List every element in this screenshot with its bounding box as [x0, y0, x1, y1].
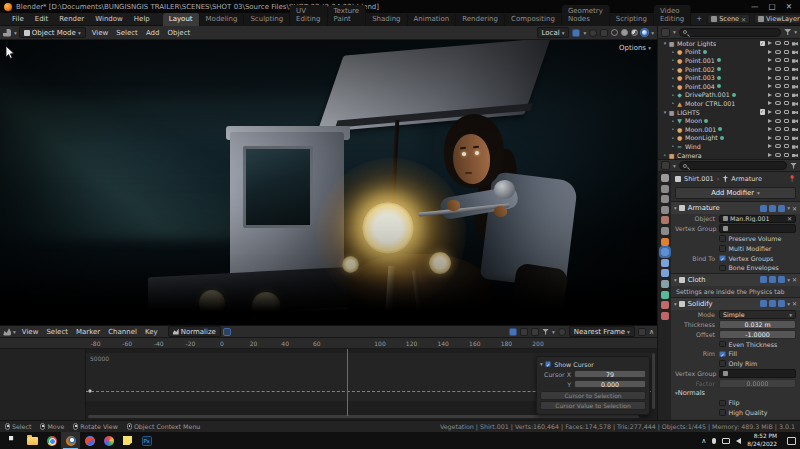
- modifier-extras-icon[interactable]: ▾: [787, 301, 790, 307]
- pointer-toggle-icon[interactable]: [768, 58, 772, 62]
- taskbar-photoshop-button[interactable]: Ps: [137, 432, 156, 449]
- proportional-edit-icon[interactable]: [589, 29, 597, 37]
- outliner-display-mode-icon[interactable]: [661, 28, 670, 37]
- viewport-menu-select[interactable]: Select: [112, 27, 142, 39]
- network-icon[interactable]: [722, 438, 730, 444]
- camera-toggle-icon[interactable]: [792, 58, 798, 63]
- pointer-toggle-icon[interactable]: [768, 127, 772, 131]
- volume-icon[interactable]: [736, 438, 741, 444]
- show-cursor-checkbox[interactable]: ✓: [545, 361, 552, 368]
- outliner-row-drivepath-001[interactable]: ‣◆DrivePath.001: [658, 91, 800, 100]
- render-toggle-icon[interactable]: [778, 300, 785, 307]
- tab-uv-editing[interactable]: UV Editing: [290, 5, 327, 26]
- viewport-menu-object[interactable]: Object: [163, 27, 194, 39]
- taskbar-sticky-notes-button[interactable]: [118, 432, 137, 449]
- modifier-header-armature[interactable]: ▾Armature▾✕: [671, 202, 800, 214]
- properties-tab-object-data[interactable]: [661, 291, 669, 299]
- screen-toggle-icon[interactable]: [784, 58, 790, 62]
- outliner-row-point[interactable]: ‣●Point: [658, 48, 800, 57]
- breadcrumb-object[interactable]: Shirt.001: [684, 175, 714, 183]
- outliner-row-point-002[interactable]: ‣●Point.002: [658, 65, 800, 74]
- camera-toggle-icon[interactable]: [792, 127, 798, 132]
- properties-tab-modifiers[interactable]: [661, 248, 669, 256]
- properties-tab-particles[interactable]: [661, 259, 669, 267]
- pointer-toggle-icon[interactable]: [768, 153, 772, 157]
- outliner-search-input[interactable]: [679, 28, 781, 37]
- collection-checkbox[interactable]: ✓: [760, 109, 766, 115]
- camera-toggle-icon[interactable]: [792, 110, 798, 115]
- screen-toggle-icon[interactable]: [784, 67, 790, 71]
- screen-toggle-icon[interactable]: [784, 144, 790, 148]
- cursor-y-field[interactable]: 0.000: [574, 380, 646, 389]
- outliner-row-point-003[interactable]: ‣●Point.003: [658, 73, 800, 82]
- properties-tab-constraints[interactable]: [661, 280, 669, 288]
- graph-editor-type-icon[interactable]: [3, 328, 11, 336]
- tab-animation[interactable]: Animation: [408, 13, 457, 26]
- shading-material-icon[interactable]: [631, 29, 638, 36]
- checkbox-multi-modifier[interactable]: [719, 245, 726, 252]
- add-workspace-button[interactable]: +: [691, 13, 707, 26]
- checkbox-flip[interactable]: [719, 400, 726, 407]
- camera-toggle-icon[interactable]: [792, 93, 798, 98]
- realtime-toggle-icon[interactable]: [769, 276, 776, 283]
- pointer-toggle-icon[interactable]: [768, 67, 772, 71]
- eye-toggle-icon[interactable]: [775, 84, 781, 88]
- screen-toggle-icon[interactable]: [784, 136, 790, 140]
- pointer-toggle-icon[interactable]: [768, 84, 772, 88]
- viewport-3d[interactable]: ▾ Object Mode ▾ ViewSelectAddObject Loca…: [0, 26, 657, 325]
- eye-toggle-icon[interactable]: [775, 93, 781, 97]
- camera-toggle-icon[interactable]: [792, 41, 798, 46]
- pointer-toggle-icon[interactable]: [768, 76, 772, 80]
- camera-toggle-icon[interactable]: [792, 153, 798, 158]
- eye-toggle-icon[interactable]: [775, 153, 781, 157]
- dropdown-mode[interactable]: Simple▾: [719, 310, 796, 319]
- menu-window[interactable]: Window: [90, 13, 128, 25]
- shading-dropdown-icon[interactable]: ▾: [651, 30, 654, 36]
- normalize-toggle[interactable]: Normalize: [168, 326, 221, 337]
- screen-toggle-icon[interactable]: [784, 127, 790, 131]
- pointer-toggle-icon[interactable]: [768, 50, 772, 54]
- eye-toggle-icon[interactable]: [775, 41, 781, 45]
- modifier-close-icon[interactable]: ✕: [792, 300, 797, 307]
- properties-tab-object[interactable]: [661, 238, 669, 246]
- playhead-line[interactable]: [347, 349, 348, 416]
- channel-region[interactable]: [0, 349, 86, 420]
- screen-toggle-icon[interactable]: [784, 93, 790, 97]
- snap-magnet-icon[interactable]: [572, 29, 580, 37]
- render-toggle-icon[interactable]: [778, 276, 785, 283]
- view-layer-selector[interactable]: ViewLayer ✕: [754, 14, 800, 24]
- panel-expand-icon[interactable]: ▾: [674, 277, 677, 283]
- properties-filter-icon[interactable]: [790, 163, 797, 169]
- cursor-value-to-selection-button[interactable]: Cursor Value to Selection: [540, 401, 646, 410]
- properties-display-dropdown-icon[interactable]: ▾: [673, 163, 676, 169]
- properties-tab-output[interactable]: [661, 195, 669, 203]
- tab-layout[interactable]: Layout: [163, 13, 200, 26]
- only-selected-filter-icon[interactable]: [509, 328, 517, 336]
- pointer-toggle-icon[interactable]: [768, 110, 772, 114]
- outliner-row-camera[interactable]: ‣■Camera: [658, 151, 800, 159]
- graph-editor-type-dropdown-icon[interactable]: ▾: [13, 329, 16, 335]
- auto-normalize-icon[interactable]: [223, 328, 231, 336]
- microphone-icon[interactable]: [712, 438, 716, 444]
- tab-rendering[interactable]: Rendering: [456, 13, 505, 26]
- maximize-button[interactable]: □: [769, 2, 776, 11]
- outliner-display-dropdown-icon[interactable]: ▾: [673, 29, 676, 35]
- modifier-extras-icon[interactable]: ▾: [787, 277, 790, 283]
- taskbar-file-explorer-button[interactable]: [23, 432, 42, 449]
- properties-tab-scene[interactable]: [661, 216, 669, 224]
- proportional-editing-icon[interactable]: [558, 328, 566, 336]
- camera-toggle-icon[interactable]: [792, 50, 798, 55]
- snap-dropdown-icon[interactable]: ▾: [583, 30, 586, 36]
- modifier-extras-icon[interactable]: ▾: [787, 205, 790, 211]
- screen-toggle-icon[interactable]: [784, 101, 790, 105]
- eye-toggle-icon[interactable]: [775, 50, 781, 54]
- checkbox-fill[interactable]: ✓: [719, 351, 726, 358]
- graph-menu-view[interactable]: View: [18, 326, 43, 338]
- snap-mode-dropdown[interactable]: Nearest Frame ▾: [569, 326, 635, 337]
- outliner-row-wind[interactable]: ‣≈Wind: [658, 142, 800, 151]
- camera-toggle-icon[interactable]: [792, 75, 798, 80]
- camera-toggle-icon[interactable]: [792, 144, 798, 149]
- collection-checkbox[interactable]: ✓: [760, 41, 766, 47]
- eye-toggle-icon[interactable]: [775, 136, 781, 140]
- mode-dropdown[interactable]: Object Mode ▾: [19, 27, 86, 38]
